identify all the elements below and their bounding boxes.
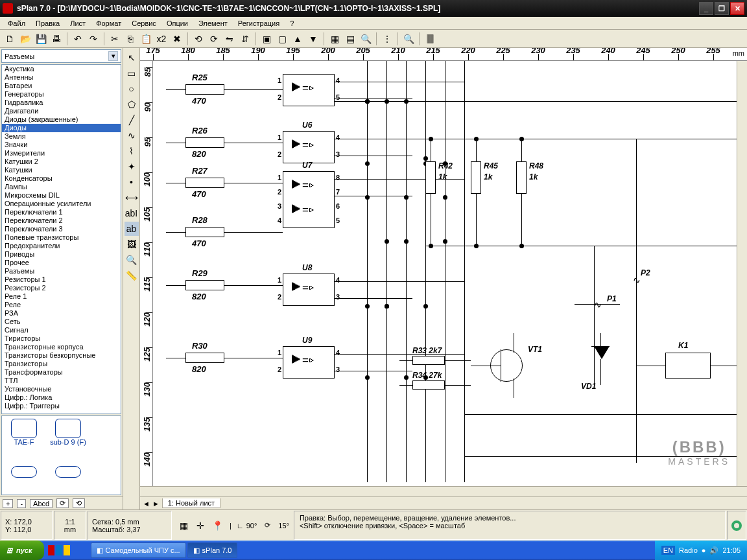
poly-tool[interactable]: ⬠ xyxy=(124,97,139,111)
category-item[interactable]: Цифр.: Логика xyxy=(2,393,121,402)
menu-item[interactable]: Элемент xyxy=(193,18,233,29)
category-item[interactable]: Разъемы xyxy=(2,267,121,275)
category-item[interactable]: Конденсаторы xyxy=(2,174,121,183)
category-item[interactable]: Генераторы xyxy=(2,90,121,99)
task-button[interactable]: ◧Самодельный ЧПУ с... xyxy=(91,542,186,558)
category-item[interactable]: Операционные усилители xyxy=(2,200,121,208)
scrollbar-h[interactable] xyxy=(153,487,747,496)
label-tool[interactable]: ab xyxy=(124,222,139,236)
rect-tool[interactable]: ▭ xyxy=(124,66,139,80)
clock[interactable]: 21:05 xyxy=(722,546,741,554)
category-item[interactable]: Транзисторы xyxy=(2,360,121,368)
snap-grid-icon[interactable]: ▦ xyxy=(176,519,191,533)
category-item[interactable]: Полевые транзисторы xyxy=(2,233,121,242)
zoom-icon[interactable]: 🔍 xyxy=(401,32,416,46)
cut-icon[interactable]: ✂ xyxy=(108,32,122,46)
footer-button[interactable]: + xyxy=(3,499,13,508)
category-item[interactable]: Переключатели 1 xyxy=(2,208,121,216)
circle-tool[interactable]: ○ xyxy=(124,82,139,96)
menu-item[interactable]: ? xyxy=(285,18,299,29)
dimension-tool[interactable]: ⟷ xyxy=(124,191,139,205)
system-tray[interactable]: EN Radio ● 🔊 21:05 xyxy=(655,541,747,560)
duplicate-icon[interactable]: x2 xyxy=(154,32,169,46)
category-item[interactable]: Земля xyxy=(2,132,121,141)
grid-icon[interactable]: ▦ xyxy=(327,32,342,46)
curve-tool[interactable]: ∿ xyxy=(124,128,139,143)
category-item[interactable]: Сеть xyxy=(2,318,121,326)
category-item[interactable]: Двигатели xyxy=(2,107,121,115)
symbol-item[interactable]: sub-D 9 (F) xyxy=(49,419,88,461)
maximize-button[interactable]: ❐ xyxy=(715,2,729,15)
footer-button[interactable]: ⟳ xyxy=(56,498,69,508)
quick-launch-icon[interactable] xyxy=(56,545,62,555)
category-item[interactable]: ТТЛ xyxy=(2,377,121,385)
node-tool[interactable]: ✦ xyxy=(124,159,139,174)
ungroup-icon[interactable]: ▢ xyxy=(275,32,289,46)
category-item[interactable]: Диоды (закрашенные) xyxy=(2,115,121,124)
front-icon[interactable]: ▲ xyxy=(290,32,305,46)
category-item[interactable]: Акустика xyxy=(2,65,121,73)
footer-button[interactable]: ⟲ xyxy=(73,498,85,508)
text-tool[interactable]: abI xyxy=(124,206,139,220)
prev-tab-icon[interactable]: ◄ xyxy=(143,500,150,508)
footer-button[interactable]: - xyxy=(17,499,26,508)
category-item[interactable]: Диоды xyxy=(2,124,121,132)
task-button[interactable]: ◧sPlan 7.0 xyxy=(187,542,238,558)
copy-icon[interactable]: ⎘ xyxy=(123,32,137,46)
category-item[interactable]: Реле 1 xyxy=(2,292,121,301)
snap-angle-icon[interactable]: ✛ xyxy=(193,519,208,533)
schematic-canvas[interactable]: (BBB) MASTERS R25470R26820R27470R28470R2… xyxy=(153,61,737,486)
category-item[interactable]: Катушки xyxy=(2,166,121,174)
measure-tool[interactable]: 📏 xyxy=(124,268,139,283)
minimize-button[interactable]: _ xyxy=(699,2,713,15)
quick-launch-icon[interactable] xyxy=(48,545,54,555)
menu-item[interactable]: Правка xyxy=(30,18,65,29)
category-item[interactable]: Транзисторы безкорпусные xyxy=(2,351,121,360)
category-item[interactable]: Переключатели 2 xyxy=(2,216,121,225)
close-button[interactable]: ✕ xyxy=(730,2,744,15)
image-tool[interactable]: 🖼 xyxy=(124,237,139,251)
footer-button[interactable]: Abcd xyxy=(30,499,53,508)
start-button[interactable]: ⊞пуск xyxy=(0,541,44,560)
category-item[interactable]: Установочные xyxy=(2,385,121,393)
menu-item[interactable]: Файл xyxy=(3,18,30,29)
print-icon[interactable]: 🖶 xyxy=(49,32,64,46)
sheet-tab[interactable]: 1: Новый лист xyxy=(162,498,220,508)
category-item[interactable]: Прочее xyxy=(2,259,121,267)
category-item[interactable]: Лампы xyxy=(2,183,121,191)
rotate-left-icon[interactable]: ⟲ xyxy=(191,32,206,46)
category-item[interactable]: Гидравлика xyxy=(2,99,121,107)
new-icon[interactable]: 🗋 xyxy=(3,32,17,46)
symbol-item[interactable]: TAE-F xyxy=(5,419,43,461)
category-item[interactable]: Реле xyxy=(2,301,121,309)
rotate-right-icon[interactable]: ⟳ xyxy=(207,32,221,46)
paste-icon[interactable]: 📋 xyxy=(139,32,153,46)
undo-icon[interactable]: ↶ xyxy=(71,32,85,46)
next-tab-icon[interactable]: ► xyxy=(152,500,160,508)
redo-icon[interactable]: ↷ xyxy=(86,32,101,46)
snap-point-icon[interactable]: 📍 xyxy=(210,519,224,533)
symbol-item[interactable] xyxy=(5,466,43,493)
pointer-tool[interactable]: ↖ xyxy=(124,51,139,65)
chevron-down-icon[interactable]: ▾ xyxy=(108,51,118,61)
zoom-tool[interactable]: 🔍 xyxy=(124,253,139,267)
category-item[interactable]: РЗА xyxy=(2,309,121,318)
category-item[interactable]: Переключатели 3 xyxy=(2,225,121,233)
category-item[interactable]: Цифр.: Триггеры xyxy=(2,402,121,410)
options-icon[interactable]: ⋮ xyxy=(380,32,394,46)
find-icon[interactable]: 🔍 xyxy=(359,32,373,46)
category-item[interactable]: Приводы xyxy=(2,250,121,259)
junction-tool[interactable]: • xyxy=(124,175,139,189)
category-list[interactable]: АкустикаАнтенныБатареиГенераторыГидравли… xyxy=(1,64,121,414)
scrollbar-v[interactable] xyxy=(737,61,747,486)
category-item[interactable]: Резисторы 1 xyxy=(2,275,121,284)
back-icon[interactable]: ▼ xyxy=(306,32,320,46)
line-tool[interactable]: ╱ xyxy=(124,113,139,127)
category-item[interactable]: Антенны xyxy=(2,73,121,82)
category-item[interactable]: Трансформаторы xyxy=(2,368,121,377)
menu-item[interactable]: Сервис xyxy=(126,18,161,29)
category-item[interactable]: Резисторы 2 xyxy=(2,284,121,292)
lang-indicator[interactable]: EN xyxy=(661,546,675,555)
delete-icon[interactable]: ✖ xyxy=(170,32,184,46)
category-item[interactable]: Батареи xyxy=(2,82,121,90)
